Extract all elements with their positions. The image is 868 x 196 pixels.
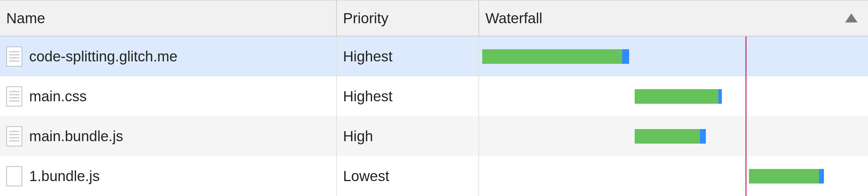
file-document-icon xyxy=(6,126,22,146)
timing-bar-waiting xyxy=(749,169,819,184)
priority-value: Lowest xyxy=(343,168,389,185)
load-event-marker xyxy=(745,36,746,76)
priority-cell[interactable]: Highest xyxy=(337,36,479,76)
table-header-row: Name Priority Waterfall xyxy=(0,0,868,36)
timing-bar-download xyxy=(700,129,706,144)
file-blank-icon xyxy=(6,166,22,186)
name-cell[interactable]: code-splitting.glitch.me xyxy=(0,36,337,76)
waterfall-cell[interactable] xyxy=(479,36,868,76)
file-document-icon xyxy=(6,86,22,106)
priority-value: Highest xyxy=(343,88,392,105)
request-name: main.bundle.js xyxy=(29,128,123,145)
table-row[interactable]: 1.bundle.jsLowest xyxy=(0,156,868,196)
priority-value: High xyxy=(343,128,373,145)
table-row[interactable]: code-splitting.glitch.meHighest xyxy=(0,36,868,76)
priority-value: Highest xyxy=(343,48,392,65)
load-event-marker xyxy=(745,76,746,116)
timing-bar[interactable] xyxy=(749,169,824,184)
waterfall-cell[interactable] xyxy=(479,156,868,196)
timing-bar[interactable] xyxy=(482,49,629,64)
table-row[interactable]: main.bundle.jsHigh xyxy=(0,116,868,156)
timing-bar-download xyxy=(622,49,629,64)
table-row[interactable]: main.cssHighest xyxy=(0,76,868,116)
timing-bar-download xyxy=(718,89,722,104)
sort-ascending-icon xyxy=(845,13,858,22)
waterfall-track xyxy=(479,156,868,196)
name-cell[interactable]: 1.bundle.js xyxy=(0,156,337,196)
request-name: 1.bundle.js xyxy=(29,168,100,185)
timing-bar-waiting xyxy=(482,49,622,64)
table-body: code-splitting.glitch.meHighestmain.cssH… xyxy=(0,36,868,196)
priority-cell[interactable]: Lowest xyxy=(337,156,479,196)
waterfall-track xyxy=(479,76,868,116)
column-header-name-label: Name xyxy=(6,10,45,27)
request-name: main.css xyxy=(29,88,87,105)
timing-bar[interactable] xyxy=(635,129,706,144)
name-cell[interactable]: main.bundle.js xyxy=(0,116,337,156)
file-document-icon xyxy=(6,46,22,67)
name-cell[interactable]: main.css xyxy=(0,76,337,116)
request-name: code-splitting.glitch.me xyxy=(29,48,177,65)
waterfall-cell[interactable] xyxy=(479,76,868,116)
column-header-priority[interactable]: Priority xyxy=(337,1,479,36)
column-header-waterfall-label: Waterfall xyxy=(485,10,542,27)
network-table: Name Priority Waterfall code-splitting.g… xyxy=(0,0,868,196)
load-event-marker xyxy=(745,116,746,156)
timing-bar-download xyxy=(819,169,824,184)
timing-bar[interactable] xyxy=(635,89,722,104)
waterfall-track xyxy=(479,36,868,76)
load-event-marker xyxy=(745,156,746,196)
timing-bar-waiting xyxy=(635,89,718,104)
waterfall-track xyxy=(479,116,868,156)
column-header-waterfall[interactable]: Waterfall xyxy=(479,1,868,36)
column-header-priority-label: Priority xyxy=(343,10,389,27)
priority-cell[interactable]: Highest xyxy=(337,76,479,116)
column-header-name[interactable]: Name xyxy=(0,1,337,36)
timing-bar-waiting xyxy=(635,129,700,144)
priority-cell[interactable]: High xyxy=(337,116,479,156)
waterfall-cell[interactable] xyxy=(479,116,868,156)
